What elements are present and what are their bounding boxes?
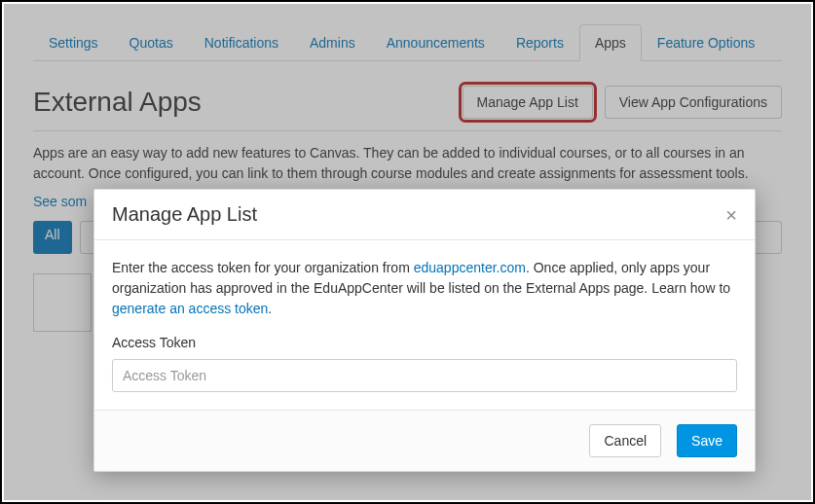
tab-reports[interactable]: Reports	[500, 24, 579, 61]
tab-announcements[interactable]: Announcements	[371, 24, 500, 61]
modal-footer: Cancel Save	[94, 410, 755, 471]
cancel-button[interactable]: Cancel	[589, 424, 661, 457]
save-button[interactable]: Save	[677, 424, 737, 457]
tab-quotas[interactable]: Quotas	[114, 24, 189, 61]
access-token-input[interactable]	[112, 359, 737, 392]
tab-settings[interactable]: Settings	[33, 24, 114, 61]
tab-apps[interactable]: Apps	[579, 24, 642, 61]
tab-admins[interactable]: Admins	[294, 24, 371, 61]
manage-app-list-button[interactable]: Manage App List	[463, 86, 593, 119]
generate-access-token-link[interactable]: generate an access token	[112, 301, 268, 316]
tab-bar: Settings Quotas Notifications Admins Ann…	[33, 23, 782, 61]
manage-app-list-modal: Manage App List × Enter the access token…	[93, 189, 756, 472]
modal-instruction-text: Enter the access token for your organiza…	[112, 258, 737, 319]
view-app-configurations-button[interactable]: View App Configurations	[605, 86, 782, 119]
access-token-label: Access Token	[112, 333, 737, 353]
tab-feature-options[interactable]: Feature Options	[642, 24, 770, 61]
app-card[interactable]	[33, 273, 92, 332]
modal-title: Manage App List	[112, 203, 257, 226]
modal-header: Manage App List ×	[94, 190, 755, 240]
eduappcenter-link[interactable]: eduappcenter.com	[414, 260, 526, 275]
page-header: External Apps Manage App List View App C…	[33, 86, 782, 131]
modal-text-pre: Enter the access token for your organiza…	[112, 260, 414, 275]
filter-all-chip[interactable]: All	[33, 221, 72, 254]
see-some-link[interactable]: See som	[33, 194, 87, 209]
close-icon[interactable]: ×	[725, 205, 737, 225]
page-title: External Apps	[33, 87, 202, 118]
apps-description: Apps are an easy way to add new features…	[33, 143, 782, 184]
modal-text-post: .	[268, 301, 272, 316]
tab-notifications[interactable]: Notifications	[189, 24, 294, 61]
header-actions: Manage App List View App Configurations	[463, 86, 782, 119]
modal-body: Enter the access token for your organiza…	[94, 240, 755, 410]
